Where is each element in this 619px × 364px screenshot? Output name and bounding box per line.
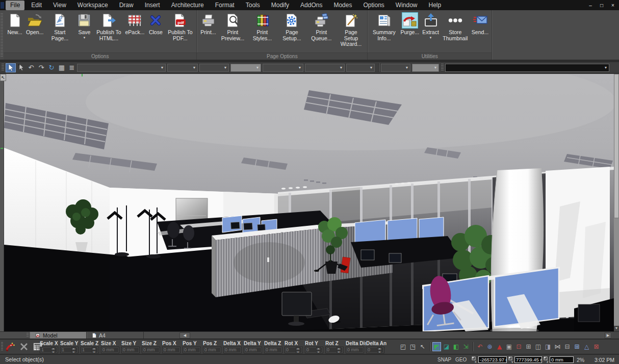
redo-button[interactable]: ↷	[36, 63, 46, 72]
field-input[interactable]: 0 mm	[346, 347, 364, 353]
inspector-grip[interactable]	[1, 342, 3, 351]
field-spinner[interactable]: ▲▼	[92, 347, 96, 353]
menu-edit[interactable]: Edit	[25, 1, 47, 10]
save-dropdown-caret[interactable]: ▼	[83, 36, 86, 39]
menu-help[interactable]: Help	[423, 1, 447, 10]
vertical-scrollbar-thumb[interactable]	[614, 74, 619, 218]
app-icon[interactable]	[1, 2, 4, 9]
save-button[interactable]: Save ▼	[74, 12, 94, 40]
toolbar-grip[interactable]	[2, 64, 4, 71]
delete-frame-icon[interactable]: ⊠	[592, 342, 601, 351]
combo-7[interactable]: ▼	[346, 64, 375, 72]
combo-dropdown-arrow[interactable]: ▼	[297, 64, 303, 71]
publish-pdf-button[interactable]: pdf Publish To PDF...	[165, 12, 195, 42]
field-spinner[interactable]: ▲▼	[51, 347, 56, 353]
field-input[interactable]: 0 mm	[121, 347, 140, 353]
select-node-mode-icon[interactable]: ⇲	[461, 342, 470, 351]
epack-button[interactable]: ePack...	[123, 12, 146, 36]
close-drawing-button[interactable]: Close	[146, 12, 165, 36]
pan-page-icon[interactable]: ◰	[399, 342, 407, 351]
menu-modes[interactable]: Modes	[328, 1, 357, 10]
property-painter-icon[interactable]	[5, 342, 15, 352]
combo-dropdown-arrow[interactable]: ▼	[603, 64, 609, 71]
field-input[interactable]: 0▲▼	[325, 347, 344, 353]
layers-button[interactable]: ≣	[67, 63, 77, 72]
summary-info-button[interactable]: Summary Info...	[369, 12, 399, 42]
print-queue-button[interactable]: Print Queue...	[306, 12, 336, 42]
field-input[interactable]: 0 mm	[244, 347, 262, 353]
add-node-icon[interactable]: ⊞	[573, 342, 581, 351]
field-input[interactable]: 1▲▼	[60, 347, 79, 353]
menu-format[interactable]: Format	[210, 1, 240, 10]
field-input[interactable]: 1▲▼	[81, 347, 99, 353]
page-setup-wizard-button[interactable]: Page Setup Wizard...	[336, 12, 366, 48]
tab-scroll-left-button[interactable]: ◀	[179, 332, 190, 339]
copy-frame-icon[interactable]: ⊟	[563, 342, 572, 351]
menu-file[interactable]: File	[6, 1, 24, 10]
tab-a4[interactable]: A4	[87, 332, 144, 339]
extract-button[interactable]: Extract ▼	[421, 12, 441, 40]
combo-dropdown-arrow[interactable]: ▼	[404, 64, 410, 71]
field-input[interactable]: 0▲▼	[285, 347, 303, 353]
viewport-canvas[interactable]	[4, 74, 614, 331]
field-input[interactable]: 0▲▼	[366, 347, 384, 353]
combo-2[interactable]: ▼	[167, 64, 198, 72]
combo-dropdown-arrow[interactable]: ▼	[432, 64, 439, 71]
menu-insert[interactable]: Insert	[139, 1, 166, 10]
menu-architecture[interactable]: Architecture	[166, 1, 210, 10]
field-spinner[interactable]: ▲▼	[71, 347, 76, 353]
tabbar-grip[interactable]	[27, 333, 29, 337]
field-input[interactable]: 1▲▼	[40, 347, 58, 353]
select-tool[interactable]	[6, 63, 16, 72]
menu-view[interactable]: View	[47, 1, 72, 10]
vertical-scrollbar[interactable]: ▼	[614, 74, 619, 331]
y-coordinate-field[interactable]: 777399.45 m	[514, 356, 542, 363]
menu-options[interactable]: Options	[357, 1, 390, 10]
selection-info-combo[interactable]: ▼	[445, 64, 609, 72]
undo-button[interactable]: ↶	[26, 63, 36, 72]
pick-cursor-icon[interactable]: ↖	[418, 342, 427, 351]
undo-selection-icon[interactable]: ↶	[476, 342, 484, 351]
field-input[interactable]: 0 mm	[264, 347, 282, 353]
field-spinner[interactable]: ▲▼	[377, 347, 382, 353]
link-selection-icon[interactable]: ⋈	[553, 342, 562, 351]
selection-frame-icon[interactable]: ⊡	[514, 342, 523, 351]
group-objects-icon[interactable]: ▣	[505, 342, 513, 351]
combo-5[interactable]: ▼	[263, 64, 303, 72]
page-setup-button[interactable]: Page Setup...	[277, 12, 306, 42]
move-axes-icon[interactable]: ⊕	[485, 342, 494, 351]
send-button[interactable]: Send...	[470, 12, 490, 36]
viewport-cursor-icon[interactable]: ↖	[0, 74, 6, 81]
minimize-button[interactable]: –	[587, 3, 594, 8]
ribbon-grip[interactable]	[1, 13, 3, 57]
menu-window[interactable]: Window	[390, 1, 423, 10]
scroll-right-button[interactable]: ▶	[605, 332, 611, 339]
print-button[interactable]: Print...	[198, 12, 218, 36]
menu-modify[interactable]: Modify	[266, 1, 295, 10]
purge-button[interactable]: Purge...	[399, 12, 421, 36]
close-button[interactable]: ×	[610, 3, 616, 8]
field-input[interactable]: 0 mm	[162, 347, 180, 353]
print-styles-button[interactable]: Print Styles...	[247, 12, 277, 42]
z-coordinate-field[interactable]: 0 mm	[550, 356, 574, 363]
menu-draw[interactable]: Draw	[114, 1, 139, 10]
field-input[interactable]: 0 mm	[223, 347, 242, 353]
node-select-tool[interactable]	[16, 63, 26, 72]
combo-dropdown-arrow[interactable]: ▼	[191, 64, 197, 71]
combo-3[interactable]: ▼	[199, 64, 229, 72]
new-button[interactable]: New...	[5, 12, 24, 36]
combo-dropdown-arrow[interactable]: ▼	[159, 64, 165, 71]
fit-array-icon[interactable]: ◨	[544, 342, 552, 351]
pan-view-icon[interactable]: ◳	[408, 342, 417, 351]
select-3d-mode-icon[interactable]: ◪	[442, 342, 451, 351]
field-input[interactable]: 0▲▼	[305, 347, 323, 353]
start-page-button[interactable]: Start Page...	[45, 12, 74, 42]
field-spinner[interactable]: ▲▼	[337, 347, 341, 353]
blue-triangle-icon[interactable]: △	[582, 342, 591, 351]
open-button[interactable]: Open...	[24, 12, 45, 36]
combo-dropdown-arrow[interactable]: ▼	[222, 64, 228, 71]
publish-html-button[interactable]: Publish To HTML...	[94, 12, 123, 42]
tab-model[interactable]: Model	[30, 332, 87, 339]
grid-array-icon[interactable]: ⊞	[524, 342, 533, 351]
combo-dropdown-arrow[interactable]: ▼	[338, 64, 344, 71]
